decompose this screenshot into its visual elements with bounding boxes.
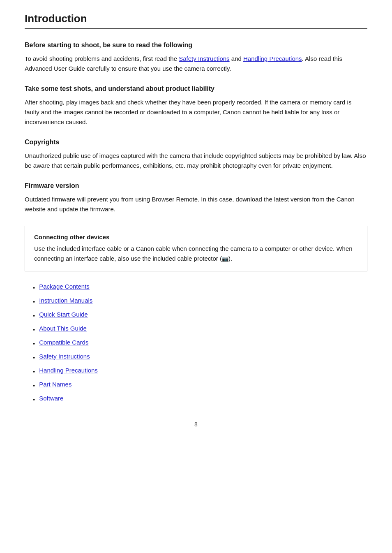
link-safety-instructions[interactable]: Safety Instructions: [39, 353, 90, 360]
link-list: Package Contents Instruction Manuals Qui…: [33, 283, 367, 405]
page-container: Introduction Before starting to shoot, b…: [0, 0, 392, 553]
section-text-copyrights: Unauthorized public use of images captur…: [25, 151, 367, 171]
section-heading-copyrights: Copyrights: [25, 139, 367, 146]
section-text-before-starting: To avoid shooting problems and accidents…: [25, 54, 367, 74]
note-text-before: Use the included interface cable or a Ca…: [34, 245, 353, 262]
page-number: 8: [25, 421, 367, 428]
text-and: and: [230, 55, 243, 62]
section-copyrights: Copyrights Unauthorized public use of im…: [25, 139, 367, 171]
list-item-software: Software: [33, 395, 367, 405]
link-handling-precautions[interactable]: Handling Precautions: [39, 367, 98, 374]
page-header: Introduction: [25, 12, 367, 29]
page-title: Introduction: [25, 12, 367, 25]
section-text-test-shots: After shooting, play images back and che…: [25, 97, 367, 127]
section-before-starting: Before starting to shoot, be sure to rea…: [25, 42, 367, 74]
section-heading-firmware: Firmware version: [25, 182, 367, 190]
list-item-safety-instructions: Safety Instructions: [33, 353, 367, 363]
link-about-this-guide[interactable]: About This Guide: [39, 325, 87, 332]
note-box-connecting: Connecting other devices Use the include…: [25, 226, 367, 271]
section-firmware: Firmware version Outdated firmware will …: [25, 182, 367, 214]
note-box-text: Use the included interface cable or a Ca…: [34, 244, 358, 264]
link-instruction-manuals[interactable]: Instruction Manuals: [39, 297, 92, 304]
note-text-after: ).: [228, 255, 232, 262]
link-safety-instructions-inline[interactable]: Safety Instructions: [179, 55, 229, 62]
list-item-package-contents: Package Contents: [33, 283, 367, 293]
list-item-handling-precautions: Handling Precautions: [33, 367, 367, 377]
link-package-contents[interactable]: Package Contents: [39, 283, 90, 290]
link-handling-precautions-inline[interactable]: Handling Precautions: [243, 55, 302, 62]
section-heading-before-starting: Before starting to shoot, be sure to rea…: [25, 42, 367, 49]
list-item-quick-start-guide: Quick Start Guide: [33, 311, 367, 321]
list-item-compatible-cards: Compatible Cards: [33, 339, 367, 349]
section-heading-test-shots: Take some test shots, and understand abo…: [25, 85, 367, 93]
section-text-firmware: Outdated firmware will prevent you from …: [25, 194, 367, 214]
camera-icon: 📷: [222, 256, 228, 262]
link-software[interactable]: Software: [39, 395, 63, 402]
link-quick-start-guide[interactable]: Quick Start Guide: [39, 311, 88, 318]
note-box-title: Connecting other devices: [34, 234, 358, 241]
list-item-part-names: Part Names: [33, 381, 367, 391]
list-item-about-this-guide: About This Guide: [33, 325, 367, 335]
list-item-instruction-manuals: Instruction Manuals: [33, 297, 367, 307]
link-part-names[interactable]: Part Names: [39, 381, 71, 388]
link-compatible-cards[interactable]: Compatible Cards: [39, 339, 88, 346]
section-test-shots: Take some test shots, and understand abo…: [25, 85, 367, 127]
text-intro: To avoid shooting problems and accidents…: [25, 55, 179, 62]
